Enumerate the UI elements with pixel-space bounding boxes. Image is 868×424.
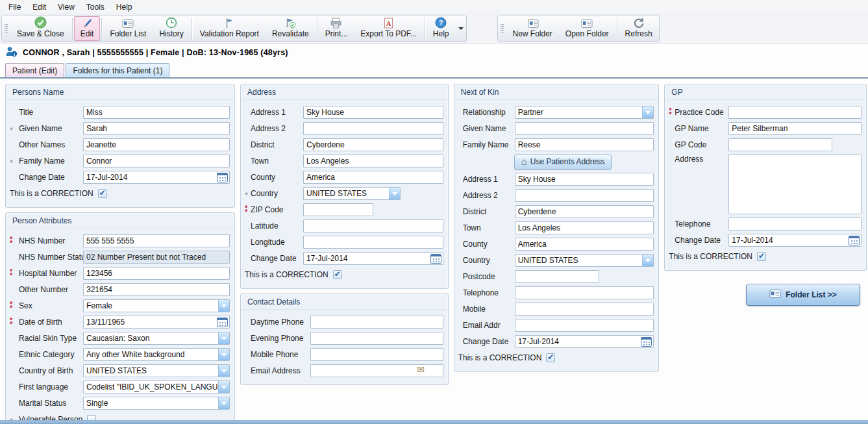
- ethnic-category-select[interactable]: Any other White background: [83, 348, 230, 361]
- change-date-date-field[interactable]: 17-Jul-2014: [83, 171, 230, 184]
- toolbar-separator: [617, 18, 617, 39]
- gp-address-textarea[interactable]: [728, 155, 862, 214]
- racial-skin-type-select[interactable]: Caucasian: Saxon: [83, 332, 230, 345]
- field-row: Address 1: [458, 173, 654, 186]
- first-language-select[interactable]: Codelist "IBID_UK_SPOKEN_LANGUAGE" n…: [83, 380, 230, 393]
- validation-report-button[interactable]: Validation Report: [193, 16, 266, 41]
- help-button[interactable]: ? Help: [427, 16, 456, 41]
- calendar-icon[interactable]: [430, 254, 441, 264]
- address-1-input[interactable]: [303, 106, 443, 119]
- calendar-icon[interactable]: [641, 337, 652, 347]
- country-of-birth-select[interactable]: UNITED STATES: [83, 364, 230, 377]
- telephone-input[interactable]: [728, 218, 862, 231]
- toolbar-grip[interactable]: [499, 24, 505, 33]
- field-row: RelationshipPartner: [458, 106, 654, 119]
- gp-name-input[interactable]: [728, 122, 862, 135]
- history-button[interactable]: History: [153, 16, 190, 41]
- tab-folders-for-patient[interactable]: Folders for this Patient (1): [66, 63, 169, 77]
- zip-code-input[interactable]: [303, 203, 373, 216]
- marital-status-value: Single: [84, 397, 218, 409]
- menu-tools[interactable]: Tools: [81, 1, 110, 14]
- correction-checkbox[interactable]: [333, 270, 342, 279]
- county-input[interactable]: [303, 171, 443, 184]
- calendar-icon[interactable]: [217, 318, 228, 327]
- change-date-date-field[interactable]: 17-Jul-2014: [515, 335, 654, 348]
- menu-edit[interactable]: Edit: [27, 1, 52, 14]
- calendar-icon[interactable]: [217, 173, 228, 182]
- pencil-icon: [82, 18, 93, 29]
- other-names-input[interactable]: [83, 138, 230, 151]
- address-2-input[interactable]: [515, 189, 654, 202]
- email-address-input[interactable]: [311, 365, 417, 375]
- nhs-number-input[interactable]: [83, 234, 230, 247]
- patient-banner: i CONNOR , Sarah | 5555555555 | Female |…: [0, 44, 868, 62]
- given-name-input[interactable]: [83, 122, 230, 135]
- relationship-select[interactable]: Partner: [515, 106, 654, 119]
- latitude-label: Latitude: [251, 221, 303, 231]
- correction-checkbox[interactable]: [98, 189, 107, 198]
- town-input[interactable]: [515, 221, 654, 234]
- tab-patient-edit[interactable]: Patient (Edit): [5, 63, 64, 77]
- correction-checkbox[interactable]: [546, 353, 555, 362]
- dropdown-arrow-icon: [642, 106, 653, 118]
- evening-phone-input[interactable]: [310, 332, 443, 345]
- menu-help[interactable]: Help: [110, 1, 138, 14]
- toolbar-grip[interactable]: [3, 24, 9, 33]
- postcode-input[interactable]: [515, 270, 599, 283]
- save-close-button[interactable]: Save & Close: [10, 16, 71, 41]
- change-date-date-field[interactable]: 17-Jul-2014: [303, 252, 443, 265]
- county-input[interactable]: [515, 238, 654, 251]
- racial-skin-type-label: Racial Skin Type: [19, 334, 83, 343]
- email-addr-input[interactable]: [515, 319, 654, 332]
- folder-list-button[interactable]: Folder List: [103, 16, 153, 41]
- address-2-input[interactable]: [303, 122, 443, 135]
- menu-view[interactable]: View: [52, 1, 81, 14]
- family-name-input[interactable]: [515, 138, 654, 151]
- nhs-number-status-input[interactable]: [83, 251, 230, 264]
- practice-code-input[interactable]: [728, 106, 862, 119]
- address-1-input[interactable]: [515, 173, 654, 186]
- town-input[interactable]: [303, 155, 443, 168]
- other-number-input[interactable]: [83, 283, 230, 296]
- district-input[interactable]: [515, 205, 654, 218]
- district-input[interactable]: [303, 138, 443, 151]
- daytime-phone-input[interactable]: [310, 316, 443, 329]
- menu-file[interactable]: File: [3, 1, 27, 14]
- gp-code-input[interactable]: [728, 138, 832, 151]
- refresh-button[interactable]: Refresh: [619, 16, 659, 41]
- calendar-icon[interactable]: [849, 236, 860, 245]
- field-row: Given Name: [458, 122, 654, 135]
- field-row: Change Date17-Jul-2014: [458, 335, 654, 348]
- use-patients-address-button[interactable]: ⌂Use Patients Address: [514, 155, 612, 169]
- sex-select[interactable]: Female: [83, 299, 230, 312]
- marital-status-select[interactable]: Single: [83, 397, 230, 410]
- date-of-birth-date-field[interactable]: 13/11/1965: [83, 316, 230, 329]
- export-pdf-button[interactable]: A Export To PDF...: [354, 16, 423, 41]
- hospital-number-input[interactable]: [83, 267, 230, 280]
- patient-info-icon: i: [5, 46, 18, 60]
- required-marker: [245, 206, 251, 214]
- longitude-input[interactable]: [303, 236, 443, 249]
- country-select[interactable]: UNITED STATES: [515, 254, 654, 267]
- mobile-phone-input[interactable]: [310, 348, 443, 361]
- email-icon[interactable]: ✉: [417, 364, 426, 375]
- help-dropdown-caret[interactable]: [456, 16, 466, 41]
- revalidate-button[interactable]: Revalidate: [266, 16, 316, 41]
- title-input[interactable]: [83, 106, 230, 119]
- family-name-input[interactable]: [83, 155, 230, 168]
- correction-checkbox[interactable]: [757, 252, 766, 261]
- field-row: Family Name: [10, 155, 230, 168]
- print-button[interactable]: Print...: [319, 16, 354, 41]
- country-of-birth-label: Country of Birth: [19, 366, 83, 375]
- date-of-birth-value: 13/11/1965: [84, 316, 217, 328]
- telephone-input[interactable]: [515, 286, 654, 299]
- given-name-input[interactable]: [515, 122, 654, 135]
- change-date-date-field[interactable]: 17-Jul-2014: [728, 234, 862, 247]
- mobile-input[interactable]: [515, 303, 654, 316]
- open-folder-button[interactable]: Open Folder: [559, 16, 615, 41]
- country-select[interactable]: UNITED STATES: [303, 187, 401, 200]
- latitude-input[interactable]: [303, 219, 443, 232]
- edit-button[interactable]: Edit: [74, 16, 101, 41]
- new-folder-button[interactable]: * New Folder: [506, 16, 559, 41]
- folder-list-nav-button[interactable]: Folder List >>: [746, 284, 860, 306]
